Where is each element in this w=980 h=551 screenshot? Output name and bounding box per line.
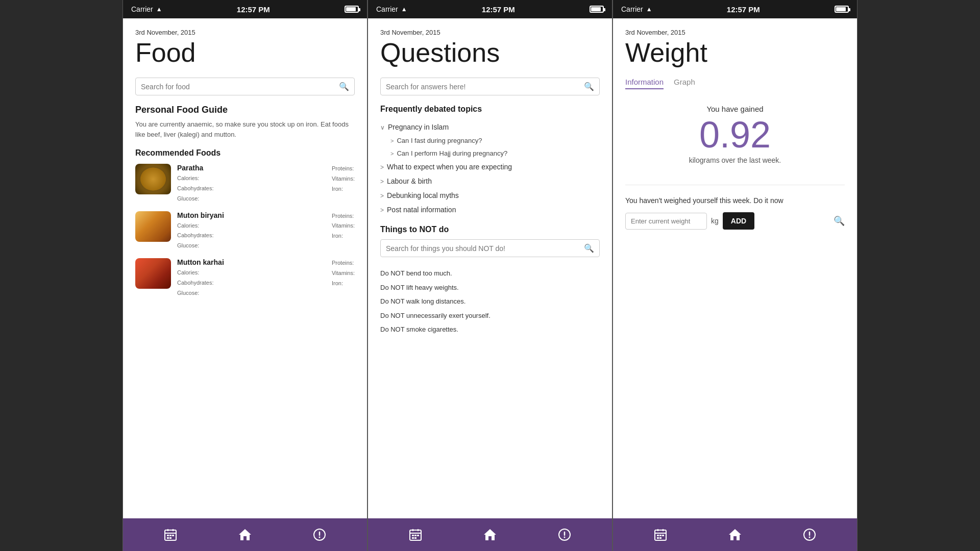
food-title: Food [135,38,355,67]
food-cal-karhai: Calories:Cabohydrates:Glucose: [177,268,224,298]
topic-label-labour: Labour & birth [387,177,432,185]
status-bar-questions: Carrier ▲ 12:57 PM [368,0,612,18]
weight-input-row: kg ADD 🔍 [625,212,845,230]
topic-sub-hajj[interactable]: > Can I perform Hajj during pregnancy? [380,147,600,160]
nav-home-food[interactable] [238,528,252,542]
not-do-section: Things to NOT do 🔍 Do NOT bend too much.… [380,225,600,337]
food-section-description: You are currently anaemic, so make sure … [135,119,355,139]
not-do-search-bar[interactable]: 🔍 [380,239,600,257]
svg-rect-7 [167,537,169,539]
food-details-karhai: Mutton karhai Calories:Cabohydrates:Gluc… [177,258,355,298]
nav-calendar-food[interactable] [164,528,177,541]
weight-tabs: Information Graph [625,78,845,89]
bottom-nav-weight [613,518,857,551]
wifi-icon-questions: ▲ [401,6,407,13]
carrier-label-food: Carrier [131,5,153,13]
chevron-right-icon-fast: > [390,138,394,144]
food-item-biryani: Muton biryani Calories:Cabohydrates:Gluc… [135,211,355,251]
nav-alert-questions[interactable] [558,528,571,541]
food-date: 3rd November, 2015 [135,29,355,36]
wifi-icon-weight: ▲ [646,6,652,13]
topic-what-to-expect[interactable]: > What to expect when you are expecting [380,160,600,174]
svg-point-12 [319,537,321,538]
tab-information[interactable]: Information [625,78,664,89]
not-do-item-2: Do NOT lift heavy weights. [380,281,600,295]
topic-sub-fast[interactable]: > Can I fast during pregnancy? [380,134,600,147]
topic-label-myths: Debunking local myths [387,191,459,199]
weight-main-content: 3rd November, 2015 Weight Information Gr… [613,18,857,518]
phone-weight: Carrier ▲ 12:57 PM 3rd November, 2015 We… [612,0,857,551]
food-search-bar[interactable]: 🔍 [135,78,355,95]
food-nutrients-karhai: Proteins:Vitamins:Iron: [332,258,355,298]
food-nutrients-biryani: Proteins:Vitamins:Iron: [332,211,355,251]
food-image-karhai [135,258,171,289]
not-do-search-input[interactable] [386,244,584,253]
not-do-title: Things to NOT do [380,225,600,234]
svg-rect-33 [657,537,659,539]
topic-myths[interactable]: > Debunking local myths [380,188,600,203]
topic-postnatal[interactable]: > Post natal information [380,203,600,217]
nav-alert-weight[interactable] [803,528,816,541]
nav-calendar-questions[interactable] [409,528,422,541]
nav-home-questions[interactable] [483,528,497,542]
weight-gained-label: You have gained [625,105,845,113]
food-image-biryani [135,211,171,242]
svg-rect-19 [417,535,419,536]
svg-rect-32 [662,535,664,536]
battery-questions [590,6,604,13]
weight-input[interactable] [625,213,707,230]
phone-food: Carrier ▲ 12:57 PM 3rd November, 2015 Fo… [122,0,368,551]
nav-home-weight[interactable] [728,528,742,542]
weight-unit-label: kilograms over the last week. [625,156,845,164]
food-cal-paratha: Calories:Cabohydrates:Glucose: [177,173,214,204]
carrier-label-questions: Carrier [376,5,398,13]
svg-rect-5 [169,535,172,536]
questions-main-content: 3rd November, 2015 Questions 🔍 Frequentl… [368,18,612,518]
food-main-content: 3rd November, 2015 Food 🔍 Personal Food … [123,18,367,518]
food-search-input[interactable] [141,83,339,91]
svg-marker-22 [484,529,496,540]
topic-pregnancy-islam[interactable]: ∨ Pregnancy in Islam [380,120,600,134]
food-nutrients-paratha: Proteins:Vitamins:Iron: [332,164,355,204]
questions-title: Questions [380,38,600,67]
not-do-item-1: Do NOT bend too much. [380,266,600,281]
not-do-search-icon: 🔍 [584,243,594,253]
add-weight-button[interactable]: ADD [723,212,754,230]
svg-rect-4 [167,535,169,536]
questions-search-bar[interactable]: 🔍 [380,78,600,95]
food-item-paratha: Paratha Calories:Cabohydrates:Glucose: P… [135,164,355,204]
freq-debated-title: Frequently debated topics [380,105,600,114]
svg-point-38 [809,537,811,538]
carrier-label-weight: Carrier [621,5,643,13]
food-name-paratha: Paratha [177,164,214,172]
status-bar-food: Carrier ▲ 12:57 PM [123,0,367,18]
chevron-down-icon-pregnancy: ∨ [380,124,385,131]
chevron-right-icon-labour: > [380,178,384,185]
carrier-weight: Carrier ▲ [621,5,652,13]
carrier-food: Carrier ▲ [131,5,162,13]
svg-rect-18 [414,535,416,536]
tab-graph[interactable]: Graph [674,78,695,89]
bottom-nav-food [123,518,367,551]
nav-alert-food[interactable] [313,528,326,541]
weight-reminder-section: You haven't weighed yourself this week. … [625,195,845,230]
battery-icon-questions [590,6,604,13]
battery-icon-food [345,6,359,13]
time-food: 12:57 PM [237,5,270,14]
weight-search-icon[interactable]: 🔍 [834,215,845,227]
food-cal-biryani: Calories:Cabohydrates:Glucose: [177,221,224,251]
nav-calendar-weight[interactable] [654,528,667,541]
questions-search-input[interactable] [386,83,584,91]
weight-kg-label: kg [711,217,719,225]
food-recommended-title: Recommended Foods [135,148,355,158]
not-do-item-5: Do NOT smoke cigarettes. [380,322,600,337]
time-questions: 12:57 PM [482,5,515,14]
topic-labour[interactable]: > Labour & birth [380,174,600,188]
food-name-biryani: Muton biryani [177,211,224,219]
weight-divider [625,185,845,185]
topic-label-pregnancy: Pregnancy in Islam [388,123,449,131]
phone-questions: Carrier ▲ 12:57 PM 3rd November, 2015 Qu… [368,0,612,551]
food-search-icon: 🔍 [339,82,349,91]
not-do-item-4: Do NOT unnecessarily exert yourself. [380,309,600,323]
svg-rect-17 [412,535,414,536]
